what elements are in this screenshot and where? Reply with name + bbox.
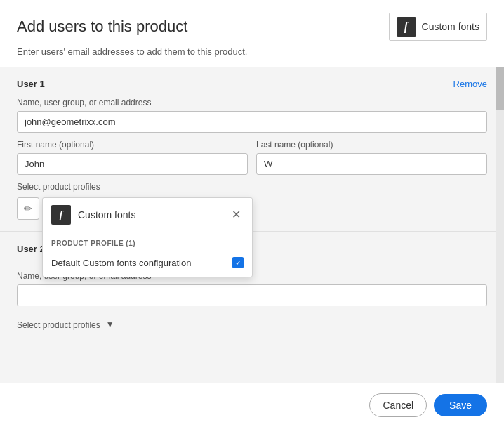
- user2-profiles-label: Select product profiles: [17, 320, 100, 330]
- scrollbar-track[interactable]: [496, 67, 504, 383]
- firstname-label: First name (optional): [17, 140, 248, 150]
- dropdown-close-button[interactable]: ✕: [229, 209, 244, 221]
- page-title: Add users to this product: [17, 18, 187, 36]
- modal-header: Add users to this product f Custom fonts…: [0, 0, 504, 67]
- edit-profiles-button[interactable]: ✏: [17, 197, 39, 220]
- user1-section: User 1 Remove Name, user group, or email…: [0, 67, 504, 232]
- dropdown-title: Custom fonts: [78, 209, 222, 221]
- chevron-down-icon: ▼: [106, 320, 114, 329]
- custom-fonts-badge[interactable]: f Custom fonts: [389, 13, 487, 41]
- dropdown-font-icon: f: [51, 205, 71, 225]
- email-field-label: Name, user group, or email address: [17, 98, 487, 107]
- checkmark-icon: ✓: [235, 259, 241, 267]
- modal-container: Add users to this product f Custom fonts…: [0, 0, 504, 427]
- content-area: User 1 Remove Name, user group, or email…: [0, 67, 504, 383]
- user2-email-input[interactable]: [17, 284, 487, 306]
- firstname-field-group: First name (optional): [17, 140, 248, 175]
- dropdown-header: f Custom fonts ✕: [43, 198, 252, 232]
- badge-label: Custom fonts: [422, 21, 479, 32]
- user1-firstname-input[interactable]: [17, 153, 248, 175]
- profiles-dropdown: f Custom fonts ✕ PRODUCT PROFILE (1) Def…: [42, 197, 253, 277]
- user1-lastname-input[interactable]: [256, 153, 487, 175]
- pencil-icon: ✏: [24, 203, 32, 214]
- profile-item-label: Default Custom fonts configuration: [51, 258, 191, 268]
- lastname-label: Last name (optional): [256, 140, 487, 150]
- scrollbar-thumb[interactable]: [496, 67, 504, 110]
- user2-label: User 2: [17, 244, 45, 254]
- profile-checkbox[interactable]: ✓: [232, 257, 244, 268]
- cancel-button[interactable]: Cancel: [369, 393, 427, 417]
- modal-footer: Cancel Save: [0, 383, 504, 427]
- page-subtitle: Enter users' email addresses to add them…: [17, 46, 487, 57]
- profile-section-label: PRODUCT PROFILE (1): [43, 232, 252, 251]
- user1-email-input[interactable]: [17, 111, 487, 133]
- remove-user1-button[interactable]: Remove: [453, 79, 487, 89]
- user2-profiles-row: Select product profiles ▼: [17, 313, 487, 336]
- user1-profiles-label: Select product profiles: [17, 182, 487, 192]
- user1-label: User 1: [17, 79, 45, 89]
- profile-item: Default Custom fonts configuration ✓: [43, 251, 252, 277]
- lastname-field-group: Last name (optional): [256, 140, 487, 175]
- font-badge-icon: f: [397, 17, 416, 37]
- user1-profiles-row: ✏ f Custom fonts ✕ PRODUCT PROFILE (1) D…: [17, 197, 487, 220]
- email-field-group: Name, user group, or email address: [17, 98, 487, 133]
- save-button[interactable]: Save: [434, 394, 487, 416]
